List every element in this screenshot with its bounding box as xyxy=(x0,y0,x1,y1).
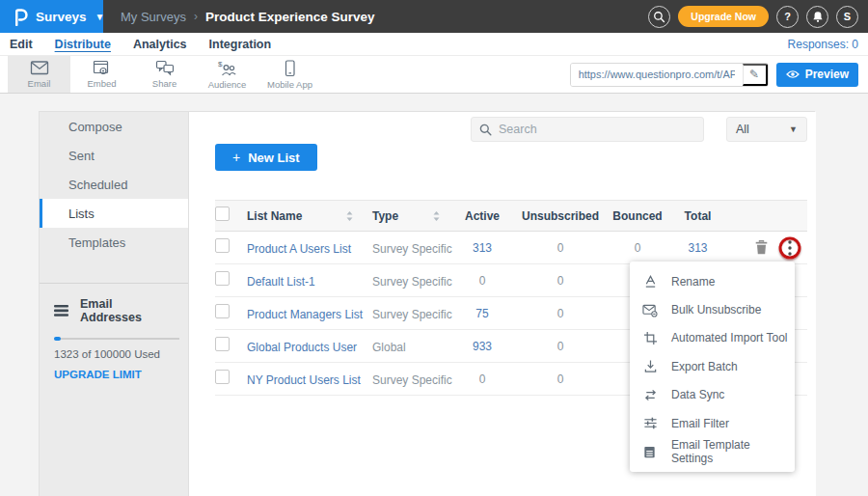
list-name-link[interactable]: Product Managers List xyxy=(247,308,363,321)
row-menu-kebab-button[interactable] xyxy=(788,240,792,256)
email-addresses-block: Email Addresses 1323 of 100000 Used UPGR… xyxy=(40,284,188,380)
help-button[interactable]: ? xyxy=(776,6,799,28)
table-header-row: List Name Type Active Unsubscribed Bounc… xyxy=(215,200,807,232)
active-count[interactable]: 933 xyxy=(452,340,512,353)
chevron-down-icon: ▼ xyxy=(789,124,798,134)
sidebar-item-lists[interactable]: Lists xyxy=(40,199,188,228)
row-checkbox[interactable] xyxy=(215,304,230,318)
list-type-filter[interactable]: All ▼ xyxy=(726,117,807,142)
select-all-checkbox[interactable] xyxy=(215,207,230,221)
responses-count[interactable]: Responses: 0 xyxy=(788,38,858,51)
rename-text-icon xyxy=(642,274,658,289)
new-list-label: New List xyxy=(248,151,299,165)
list-name-link[interactable]: Global Products User xyxy=(247,341,357,354)
menu-item-rename[interactable]: Rename xyxy=(630,267,795,295)
unsubscribed-count: 0 xyxy=(512,274,609,288)
list-type-cell: Survey Specific xyxy=(366,373,452,387)
usage-progress-fill xyxy=(54,337,61,341)
menu-item-email-template-settings[interactable]: Email Template Settings xyxy=(630,437,795,465)
upgrade-now-button[interactable]: Upgrade Now xyxy=(678,6,769,27)
menu-item-automated-import-tool[interactable]: Automated Import Tool xyxy=(630,324,795,352)
global-search-button[interactable] xyxy=(648,6,670,28)
page-background: Compose Sent Scheduled Lists Templates E… xyxy=(0,94,868,496)
eye-icon xyxy=(786,69,800,79)
list-name-link[interactable]: Default List-1 xyxy=(247,275,315,289)
nav-tabs: Edit Distribute Analytics Integration xyxy=(10,38,271,51)
row-context-menu: Rename Bulk Unsubscribe Automated Import… xyxy=(630,262,795,472)
channel-list: Email Embed Share $ Audience Mobile App xyxy=(8,56,321,93)
preview-label: Preview xyxy=(805,68,849,81)
channel-label: Email xyxy=(28,78,51,89)
channel-audience[interactable]: $ Audience xyxy=(196,56,258,93)
column-header-type[interactable]: Type xyxy=(372,209,398,223)
sort-icon[interactable] xyxy=(345,210,354,222)
column-header-list-name[interactable]: List Name xyxy=(247,209,302,223)
envelope-remove-icon xyxy=(642,303,658,317)
channel-label: Audience xyxy=(208,79,247,90)
preview-button[interactable]: Preview xyxy=(776,63,858,87)
sidebar-item-sent[interactable]: Sent xyxy=(40,141,188,170)
email-sidebar: Compose Sent Scheduled Lists Templates E… xyxy=(40,112,189,496)
notifications-button[interactable] xyxy=(806,6,828,28)
active-count[interactable]: 75 xyxy=(452,307,512,320)
total-count[interactable]: 313 xyxy=(666,241,729,255)
sort-icon[interactable] xyxy=(432,210,441,222)
email-addresses-title: Email Addresses xyxy=(80,297,176,324)
survey-url-field-wrap: ✎ xyxy=(570,63,769,87)
breadcrumb-current: Product Experience Survey xyxy=(205,10,375,24)
menu-item-bulk-unsubscribe[interactable]: Bulk Unsubscribe xyxy=(630,295,795,323)
tab-edit[interactable]: Edit xyxy=(10,38,33,51)
tab-analytics[interactable]: Analytics xyxy=(133,38,187,51)
tab-distribute[interactable]: Distribute xyxy=(55,38,111,51)
column-header-unsubscribed: Unsubscribed xyxy=(512,209,609,223)
list-name-link[interactable]: NY Product Users List xyxy=(247,373,361,387)
bell-icon xyxy=(812,11,824,23)
channel-email[interactable]: Email xyxy=(8,56,70,93)
list-type-cell: Survey Specific xyxy=(366,275,452,289)
column-header-active: Active xyxy=(452,209,512,223)
column-header-total: Total xyxy=(666,209,729,223)
list-type-cell: Survey Specific xyxy=(366,242,452,256)
unsubscribed-count: 0 xyxy=(512,241,609,255)
delete-list-button[interactable] xyxy=(755,240,768,255)
bounced-count: 0 xyxy=(609,241,666,255)
channel-embed[interactable]: Embed xyxy=(70,56,133,93)
email-lists-panel: Compose Sent Scheduled Lists Templates E… xyxy=(39,111,815,496)
list-name-link[interactable]: Product A Users List xyxy=(247,242,351,256)
crop-import-icon xyxy=(642,331,658,345)
download-icon xyxy=(642,359,658,373)
table-row: Product A Users List Survey Specific 313… xyxy=(215,232,807,264)
menu-item-email-filter[interactable]: Email Filter xyxy=(630,409,795,437)
user-avatar[interactable]: S xyxy=(836,6,858,28)
sidebar-item-scheduled[interactable]: Scheduled xyxy=(40,170,188,199)
product-switcher[interactable]: Surveys ▼ xyxy=(0,0,103,33)
new-list-button[interactable]: + New List xyxy=(215,144,317,171)
row-checkbox[interactable] xyxy=(215,370,230,384)
row-checkbox[interactable] xyxy=(215,271,230,286)
breadcrumb: My Surveys › Product Experience Survey xyxy=(121,10,374,24)
list-search-box xyxy=(471,117,704,142)
menu-item-data-sync[interactable]: Data Sync xyxy=(630,381,795,409)
sidebar-item-templates[interactable]: Templates xyxy=(40,228,188,257)
menu-item-export-batch[interactable]: Export Batch xyxy=(630,352,795,380)
chat-bubbles-icon xyxy=(155,60,175,76)
channel-share[interactable]: Share xyxy=(133,56,196,93)
trash-icon xyxy=(755,240,768,255)
list-search-input[interactable] xyxy=(499,123,695,136)
upgrade-limit-link[interactable]: UPGRADE LIMIT xyxy=(54,369,176,380)
breadcrumb-parent[interactable]: My Surveys xyxy=(121,10,186,24)
row-checkbox[interactable] xyxy=(215,337,230,351)
active-count[interactable]: 0 xyxy=(452,274,512,288)
channel-label: Share xyxy=(152,78,176,89)
tab-integration[interactable]: Integration xyxy=(209,38,272,51)
edit-url-button[interactable]: ✎ xyxy=(743,64,768,86)
channel-mobile-app[interactable]: Mobile App xyxy=(258,56,321,93)
active-count[interactable]: 313 xyxy=(452,241,512,255)
list-type-cell: Survey Specific xyxy=(366,308,452,321)
survey-url-input[interactable] xyxy=(571,64,743,86)
row-checkbox[interactable] xyxy=(215,238,230,253)
unsubscribed-count: 0 xyxy=(512,307,609,320)
sliders-filter-icon xyxy=(642,416,658,430)
active-count[interactable]: 0 xyxy=(452,372,512,386)
sidebar-item-compose[interactable]: Compose xyxy=(40,112,188,141)
